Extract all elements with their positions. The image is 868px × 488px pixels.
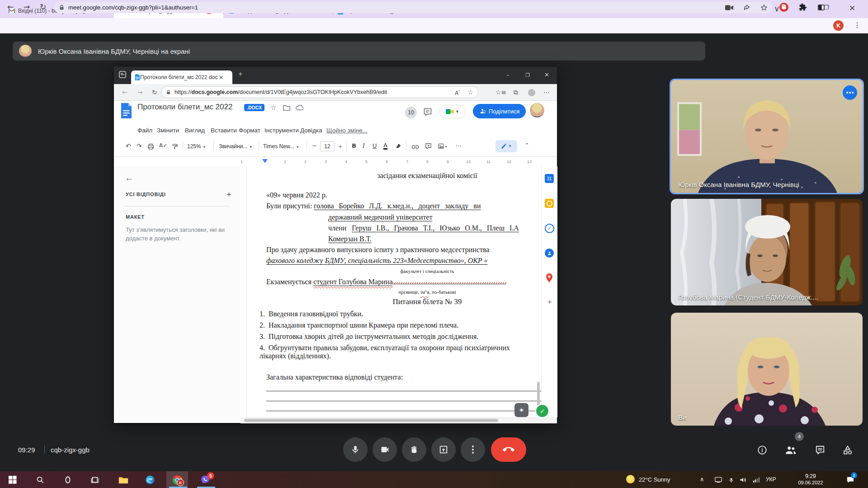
indent-marker-icon[interactable] — [262, 159, 268, 163]
weather-sun-icon[interactable] — [626, 475, 635, 483]
menu-tools[interactable]: Інструменти — [264, 127, 299, 134]
ruler[interactable] — [114, 158, 541, 167]
cloud-status-icon[interactable] — [296, 104, 303, 113]
font-size-increase[interactable]: ＋ — [337, 142, 343, 150]
profile-avatar[interactable]: K — [833, 20, 844, 31]
spellcheck-icon[interactable]: A✓ — [159, 142, 167, 149]
italic-button[interactable]: I — [363, 142, 365, 150]
star-icon[interactable]: ☆ — [270, 103, 276, 112]
favorites-bar-icon[interactable]: ☆≡ — [495, 89, 506, 96]
action-center-icon[interactable]: 2 — [844, 474, 856, 486]
menu-format[interactable]: Формат — [239, 127, 260, 134]
edge-forward-icon[interactable]: → — [137, 89, 143, 96]
cortana-icon[interactable] — [62, 474, 74, 486]
highlight-pen-icon[interactable] — [395, 143, 401, 151]
camera-button[interactable] — [373, 437, 397, 462]
volume-icon[interactable] — [737, 474, 749, 486]
camera-in-use-icon[interactable] — [725, 5, 733, 11]
network-icon[interactable] — [750, 474, 762, 486]
participants-button[interactable] — [784, 443, 797, 457]
address-bar[interactable]: meet.google.com/cqb-zigx-ggb?pli=1&authu… — [54, 2, 772, 13]
chat-button[interactable] — [813, 443, 827, 457]
text-color-button[interactable]: A — [383, 142, 387, 150]
font-size-decrease[interactable]: − — [312, 142, 317, 149]
menu-help[interactable]: Довідка — [300, 127, 322, 134]
font-select[interactable]: Times New... ▼ — [263, 143, 299, 150]
insert-image-icon[interactable]: ▼ — [438, 143, 448, 151]
browser-menu-icon[interactable]: ⋮ — [854, 21, 861, 29]
tasks-icon[interactable]: ✓ — [545, 224, 554, 233]
undo-icon[interactable]: ↶ — [126, 142, 131, 150]
adguard-shield-icon[interactable]: ✓ — [535, 404, 549, 418]
language-indicator[interactable]: УКР — [766, 476, 776, 483]
editing-mode-button[interactable]: ▼ — [495, 140, 517, 152]
google-docs-logo[interactable] — [120, 103, 132, 121]
video-tile-student[interactable]: Голубова Марина (Студент БДМУ-Коледж.... — [671, 199, 863, 305]
get-addons-icon[interactable]: ＋ — [546, 297, 553, 307]
share-icon[interactable] — [743, 4, 750, 11]
video-tile-self[interactable]: Ви — [671, 313, 863, 426]
start-button[interactable] — [7, 474, 19, 486]
edge-tab[interactable]: Протоколи білети_мс 2022.doc ✕ — [131, 70, 232, 84]
edge-new-tab-button[interactable]: ＋ — [237, 70, 244, 78]
calendar-icon[interactable]: 31 — [545, 174, 554, 183]
maps-icon[interactable] — [546, 273, 553, 284]
weather-text[interactable]: 22°C Sunny — [639, 476, 670, 483]
menu-insert[interactable]: Вставити — [211, 127, 237, 134]
edge-taskbar-icon[interactable] — [144, 474, 156, 486]
edge-minimize-button[interactable]: – — [506, 71, 509, 78]
side-panel-icon[interactable] — [816, 2, 826, 13]
edge-back-icon[interactable]: ← — [122, 89, 127, 96]
paragraph-style-select[interactable]: Звичайни... ▼ — [219, 143, 253, 150]
mic-button[interactable] — [343, 437, 368, 462]
edge-reload-icon[interactable]: ↻ — [152, 89, 157, 96]
chrome-taskbar-icon[interactable]: K — [171, 474, 183, 486]
activities-button[interactable] — [841, 443, 854, 457]
menu-edit[interactable]: Змінити — [157, 127, 179, 134]
file-explorer-icon[interactable] — [118, 474, 129, 486]
more-options-button[interactable] — [461, 437, 485, 462]
keep-icon[interactable] — [545, 199, 554, 208]
insert-link-icon[interactable] — [411, 144, 419, 152]
paint-format-icon[interactable] — [172, 143, 178, 152]
last-edit-link[interactable]: Щойно зміне... — [326, 127, 368, 134]
menu-file[interactable]: Файл — [137, 127, 152, 134]
video-tile-speaker[interactable]: Юрків Оксана Іванівна БДМУ, Чернівці — [670, 79, 864, 194]
cast-screen-icon[interactable] — [712, 474, 724, 486]
back-button[interactable]: ← — [7, 2, 14, 11]
extensions-puzzle-icon[interactable] — [797, 2, 808, 13]
edge-menu-icon[interactable]: ⋯ — [543, 89, 550, 96]
edge-close-button[interactable]: ✕ — [544, 71, 549, 78]
menu-view[interactable]: Вигляд — [185, 127, 205, 134]
meeting-details-button[interactable] — [755, 443, 769, 457]
docs-user-avatar[interactable] — [530, 103, 544, 117]
docs-explore-button[interactable]: ✦ — [514, 403, 528, 417]
window-close-button[interactable]: ✕ — [849, 4, 855, 13]
tray-expand-chevron-icon[interactable]: ∧ — [700, 476, 704, 483]
adblock-extension-icon[interactable] — [778, 2, 789, 13]
tray-mic-icon[interactable] — [725, 474, 737, 486]
toolbar-more-icon[interactable]: ⋯ — [456, 142, 462, 149]
search-icon[interactable] — [34, 474, 46, 486]
add-comment-icon[interactable] — [425, 143, 432, 151]
document-page[interactable]: засідання екзаменаційної комісії «09» че… — [241, 166, 541, 418]
edge-profile-icon[interactable] — [528, 89, 535, 96]
edge-maximize-button[interactable]: ❐ — [525, 72, 530, 78]
collections-icon[interactable]: ⧉ — [514, 89, 518, 96]
tile-menu-button[interactable] — [843, 85, 857, 100]
read-aloud-icon[interactable]: Aᵕ — [455, 89, 460, 96]
redo-icon[interactable]: ↷ — [137, 142, 142, 150]
share-button[interactable]: Поділитися — [473, 104, 526, 118]
print-icon[interactable] — [147, 143, 154, 152]
contacts-icon[interactable] — [545, 249, 554, 258]
bold-button[interactable]: B — [352, 142, 356, 149]
add-icon[interactable]: ＋ — [225, 189, 233, 199]
raise-hand-button[interactable] — [402, 437, 426, 462]
horizontal-scrollbar-thumb[interactable] — [244, 419, 498, 422]
comment-icon[interactable] — [423, 108, 432, 118]
task-view-icon[interactable] — [89, 474, 101, 486]
close-outline-arrow-icon[interactable]: ← — [125, 173, 134, 183]
edge-address-bar[interactable]: https://docs.google.com/document/d/1V0tE… — [161, 86, 478, 98]
forward-button[interactable]: → — [24, 2, 30, 11]
vertical-tabs-icon[interactable] — [118, 70, 127, 80]
